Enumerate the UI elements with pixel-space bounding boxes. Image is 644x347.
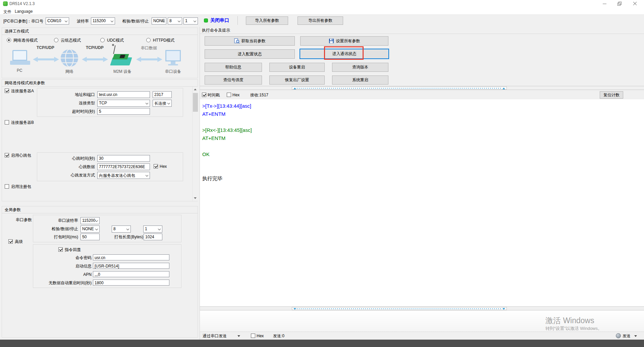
- chevron-down-icon: [167, 102, 170, 104]
- left-panel-scrollbar[interactable]: [192, 87, 198, 201]
- timeout-input[interactable]: 5: [97, 108, 150, 115]
- heartbeat-mode-select[interactable]: 向服务器发送心跳包: [97, 172, 150, 179]
- signal-strength-button[interactable]: 查信号强度: [205, 76, 262, 85]
- timestamp-checkbox[interactable]: [202, 93, 206, 97]
- factory-reset-button[interactable]: 恢复出厂设置: [269, 76, 325, 85]
- query-version-button[interactable]: 查询版本: [332, 63, 388, 72]
- log-line: AT+ENTM: [202, 134, 644, 142]
- scrollbar-up-button[interactable]: [193, 87, 198, 92]
- radio-cloud[interactable]: [54, 38, 58, 42]
- chevron-down-icon[interactable]: [634, 335, 637, 337]
- close-port-button[interactable]: 关闭串口: [210, 17, 229, 23]
- keepalive-select[interactable]: 长连接: [153, 100, 172, 107]
- heartbeat-time-input[interactable]: 30: [97, 155, 150, 162]
- scroll-up-icon: [194, 89, 197, 90]
- boot-msg-input[interactable]: [USR-DR514]: [93, 263, 169, 269]
- red-annotation-box: [324, 46, 364, 60]
- radio-net-transparent-label: 网络透传模式: [13, 37, 38, 44]
- chevron-down-icon: [65, 19, 67, 22]
- section-title: 全局参数: [5, 206, 21, 213]
- radio-udc-label: UDC模式: [107, 37, 124, 44]
- splitter-grip[interactable]: [292, 87, 507, 90]
- scrollbar-down-button[interactable]: [193, 195, 198, 201]
- packtime-input[interactable]: 50: [80, 234, 100, 240]
- taskbar-strip: [0, 340, 644, 347]
- radio-udc[interactable]: [100, 38, 105, 42]
- collapse-down-icon: [293, 308, 296, 310]
- chevron-down-icon: [111, 19, 113, 22]
- com-port-select[interactable]: COM10: [46, 17, 69, 24]
- diagram-node-pc-label: PC: [17, 68, 22, 73]
- splitter-grip[interactable]: [292, 307, 507, 310]
- get-params-button[interactable]: 获取当前参数: [205, 36, 295, 46]
- server-a-port-input[interactable]: 2317: [153, 91, 172, 98]
- advanced-checkbox[interactable]: [8, 239, 13, 244]
- packlen-input[interactable]: 1024: [144, 234, 162, 240]
- menu-file[interactable]: 文件: [2, 8, 13, 15]
- minimize-icon: [603, 4, 606, 4]
- search-doc-icon: [234, 38, 239, 44]
- chevron-down-icon: [146, 102, 148, 104]
- global-params-header: 全局参数: [2, 206, 198, 213]
- gparity-select[interactable]: NONE: [80, 226, 100, 233]
- import-params-button[interactable]: 导入所有参数: [246, 16, 288, 25]
- diagram-node-serial-label: 串口设备: [165, 69, 181, 75]
- send-button[interactable]: 发送: [623, 333, 631, 339]
- databits-select[interactable]: 8: [168, 17, 182, 24]
- arrow-icon: [136, 56, 162, 63]
- section-title: 执行命令及提示: [202, 28, 230, 33]
- packlen-label: 打包长度(Bytes): [101, 234, 143, 240]
- enter-config-button[interactable]: 进入配置状态: [205, 49, 295, 59]
- chevron-down-icon[interactable]: [237, 335, 240, 337]
- apn-input[interactable]: ,,,0: [93, 271, 169, 277]
- scrollbar-thumb[interactable]: [193, 93, 198, 112]
- net-params-header: 网络透传模式相关参数: [2, 80, 198, 87]
- parity-select[interactable]: NONE: [152, 17, 166, 24]
- gbaud-label: 串口波特率: [34, 217, 78, 224]
- minimize-button[interactable]: [599, 0, 610, 7]
- send-splitter[interactable]: [200, 306, 644, 310]
- baud-select[interactable]: 115200: [91, 17, 115, 24]
- radio-httpd[interactable]: [146, 38, 151, 42]
- conn-type-select[interactable]: TCP: [97, 100, 150, 107]
- heartbeat-data-input[interactable]: 7777772E7573722E636E: [97, 163, 150, 170]
- log-output[interactable]: >[Tx->][13:43:44][asc] AT+ENTM >[Rx<-][1…: [200, 99, 644, 306]
- close-button[interactable]: [629, 0, 641, 7]
- app-icon: [3, 1, 8, 6]
- send-hex-checkbox[interactable]: [251, 334, 255, 338]
- register-checkbox[interactable]: [5, 184, 9, 189]
- echo-checkbox[interactable]: [58, 247, 63, 252]
- radio-httpd-label: HTTPD模式: [153, 37, 174, 44]
- toolbar-separator: [237, 16, 238, 25]
- cmd-pwd-input[interactable]: usr.cn: [93, 254, 169, 260]
- help-info-button[interactable]: 帮助信息: [205, 63, 262, 72]
- stopbits-select[interactable]: 1: [183, 17, 198, 24]
- register-label: 启用注册包: [11, 183, 31, 190]
- reset-counter-button[interactable]: 复位计数: [600, 91, 623, 99]
- idle-restart-input[interactable]: 1800: [93, 280, 169, 286]
- server-b-checkbox[interactable]: [5, 120, 9, 125]
- chevron-down-icon: [146, 174, 148, 177]
- device-restart-button[interactable]: 设备重启: [269, 63, 325, 72]
- server-a-address-input[interactable]: test.usr.cn: [97, 91, 150, 98]
- gdatabits-select[interactable]: 8: [112, 226, 131, 233]
- restore-button[interactable]: [614, 0, 625, 7]
- heartbeat-checkbox[interactable]: [5, 153, 9, 157]
- menu-language[interactable]: Language: [13, 8, 34, 14]
- window-title: DR514 V2.1.3: [9, 1, 35, 6]
- windows-activate-watermark: 激活 Windows: [545, 315, 594, 326]
- export-params-button[interactable]: 导出所有参数: [298, 16, 343, 25]
- gbaud-select[interactable]: 115200: [80, 217, 100, 224]
- send-via-serial-button[interactable]: 通过串口发送: [203, 333, 227, 339]
- log-hex-checkbox[interactable]: [227, 93, 231, 97]
- chevron-down-icon: [126, 228, 129, 230]
- system-restart-button[interactable]: 系统重启: [332, 76, 388, 85]
- server-a-checkbox[interactable]: [5, 89, 9, 93]
- log-splitter[interactable]: [200, 86, 644, 90]
- set-params-button[interactable]: 设置所有参数: [300, 36, 388, 46]
- gstopbits-select[interactable]: 1: [143, 226, 162, 233]
- advanced-label: 高级: [15, 238, 23, 245]
- scroll-down-icon: [194, 197, 197, 199]
- radio-net-transparent[interactable]: [7, 38, 11, 42]
- heartbeat-hex-checkbox[interactable]: [154, 164, 158, 168]
